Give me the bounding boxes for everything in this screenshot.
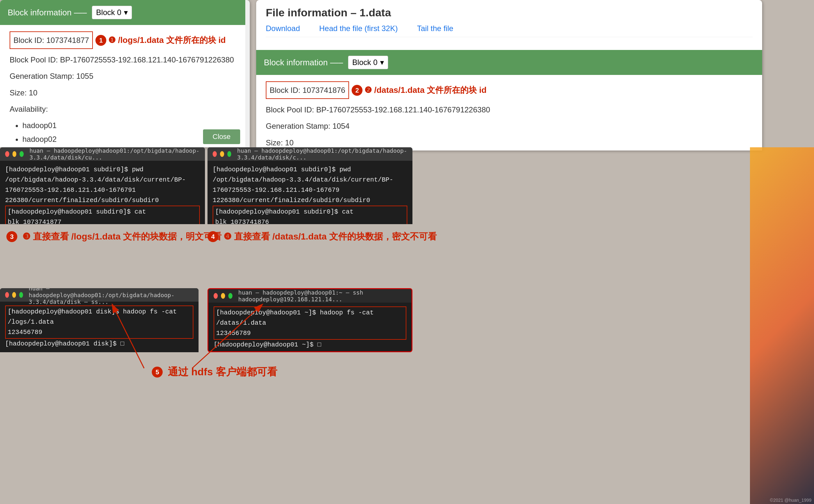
tl-block-cmd: [hadoopdeploy@hadoop01 subdir0]$ cat blk… bbox=[5, 206, 200, 224]
left-block-id-row: Block ID: 1073741877 1 ❶ /logs/1.data 文件… bbox=[10, 31, 240, 49]
ann5-badge: 5 bbox=[152, 367, 163, 378]
right-browser-window: File information – 1.data Download Head … bbox=[256, 0, 762, 150]
file-info-links: Download Head the file (first 32K) Tail … bbox=[266, 24, 753, 37]
tl-line1: [hadoopdeploy@hadoop01 subdir0]$ pwd bbox=[5, 165, 200, 175]
br-line1: [hadoopdeploy@hadoop01 ~]$ hadoop fs -ca… bbox=[216, 308, 404, 328]
dot-yellow-br[interactable] bbox=[221, 293, 225, 299]
ann3-text: ❸ 直接查看 /logs/1.data 文件的块数据，明文可看 bbox=[22, 231, 222, 243]
left-gen-stamp: Generation Stamp: 1055 bbox=[10, 69, 240, 83]
terminal-top-left: huan — hadoopdeploy@hadoop01:/opt/bigdat… bbox=[0, 147, 205, 224]
head-file-link[interactable]: Head the file (first 32K) bbox=[319, 24, 398, 33]
terminal-tl-titlebar: huan — hadoopdeploy@hadoop01:/opt/bigdat… bbox=[0, 147, 205, 161]
tail-file-link[interactable]: Tail the file bbox=[417, 24, 453, 33]
right-pool-id: Block Pool ID: BP-1760725553-192.168.121… bbox=[266, 103, 753, 117]
ann1-badge: 1 bbox=[95, 35, 106, 46]
terminal-bl-titlebar: huan — hadoopdeploy@hadoop01:/opt/bigdat… bbox=[0, 288, 199, 302]
terminal-tr-titlebar: huan — hadoopdeploy@hadoop01:/opt/bigdat… bbox=[208, 147, 412, 161]
right-block-id-box: Block ID: 1073741876 bbox=[266, 81, 349, 99]
scrollbar-left[interactable] bbox=[245, 0, 250, 147]
dot-red-tr[interactable] bbox=[213, 151, 217, 157]
dot-red-br[interactable] bbox=[214, 293, 218, 299]
tr-block-cmd: [hadoopdeploy@hadoop01 subdir0]$ cat blk… bbox=[213, 206, 407, 224]
terminal-bottom-right: huan — hadoopdeploy@hadoop01:~ — ssh had… bbox=[208, 288, 412, 352]
dot-red-tl[interactable] bbox=[5, 151, 9, 157]
right-block-id-row: Block ID: 1073741876 2 ❷ /datas/1.data 文… bbox=[266, 81, 753, 99]
terminal-top-right: huan — hadoopdeploy@hadoop01:/opt/bigdat… bbox=[208, 147, 412, 224]
br-block: [hadoopdeploy@hadoop01 ~]$ hadoop fs -ca… bbox=[214, 306, 406, 340]
file-info-panel: File information – 1.data Download Head … bbox=[256, 0, 762, 50]
dot-yellow-tr[interactable] bbox=[220, 151, 224, 157]
right-block-select[interactable]: Block 0 ▾ bbox=[348, 56, 388, 69]
ann2-badge: 2 bbox=[352, 85, 362, 96]
left-availability-label: Availability: bbox=[10, 102, 240, 116]
watermark: ©2021 @huan_1999 bbox=[770, 498, 811, 503]
bl-line1: [hadoopdeploy@hadoop01 disk]$ hadoop fs … bbox=[8, 307, 191, 327]
left-block-content: Block ID: 1073741877 1 ❶ /logs/1.data 文件… bbox=[0, 25, 250, 147]
terminal-tr-content: [hadoopdeploy@hadoop01 subdir0]$ pwd /op… bbox=[208, 161, 412, 224]
bl-line3: [hadoopdeploy@hadoop01 disk]$ □ bbox=[5, 339, 193, 349]
ann4-badge: 4 bbox=[208, 231, 218, 242]
terminal-br-content: [hadoopdeploy@hadoop01 ~]$ hadoop fs -ca… bbox=[208, 303, 411, 352]
ann2-text: ❷ /datas/1.data 文件所在的块 id bbox=[364, 83, 486, 98]
left-header-label: Block information —– bbox=[8, 8, 87, 18]
terminal-bl-title: huan — hadoopdeploy@hadoop01:/opt/bigdat… bbox=[29, 288, 193, 305]
close-button[interactable]: Close bbox=[203, 129, 240, 144]
tr-line1: [hadoopdeploy@hadoop01 subdir0]$ pwd bbox=[213, 165, 407, 175]
ann4-text: ❹ 直接查看 /datas/1.data 文件的块数据，密文不可看 bbox=[224, 231, 437, 243]
ann5-text: 通过 hdfs 客户端都可看 bbox=[168, 365, 277, 379]
dot-green-tr[interactable] bbox=[227, 151, 232, 157]
terminal-tr-title: huan — hadoopdeploy@hadoop01:/opt/bigdat… bbox=[237, 147, 407, 161]
annotation-3: 3 ❸ 直接查看 /logs/1.data 文件的块数据，明文可看 bbox=[6, 231, 222, 243]
tr-line2: /opt/bigdata/hadoop-3.3.4/data/disk/curr… bbox=[213, 175, 407, 195]
right-gen-stamp: Generation Stamp: 1054 bbox=[266, 119, 753, 133]
tl-line2: /opt/bigdata/hadoop-3.3.4/data/disk/curr… bbox=[5, 175, 200, 195]
br-line2: 123456789 bbox=[216, 328, 404, 338]
dot-yellow-bl[interactable] bbox=[12, 292, 16, 298]
dot-red-bl[interactable] bbox=[5, 292, 9, 298]
decorative-gradient bbox=[750, 147, 814, 504]
terminal-bottom-left: huan — hadoopdeploy@hadoop01:/opt/bigdat… bbox=[0, 288, 199, 352]
dot-green-bl[interactable] bbox=[19, 292, 23, 298]
ann1-text: ❶ /logs/1.data 文件所在的块 id bbox=[108, 33, 226, 48]
tr-line3: 1226380/current/finalized/subdir0/subdir… bbox=[213, 195, 407, 206]
br-line3: [hadoopdeploy@hadoop01 ~]$ □ bbox=[214, 340, 406, 350]
terminal-bl-content: [hadoopdeploy@hadoop01 disk]$ hadoop fs … bbox=[0, 302, 199, 352]
left-block-select[interactable]: Block 0 ▾ bbox=[92, 6, 132, 19]
download-link[interactable]: Download bbox=[266, 24, 300, 33]
terminal-tl-title: huan — hadoopdeploy@hadoop01:/opt/bigdat… bbox=[29, 147, 200, 161]
right-block-header: Block information —– Block 0 ▾ bbox=[256, 50, 762, 75]
bl-block: [hadoopdeploy@hadoop01 disk]$ hadoop fs … bbox=[5, 305, 193, 339]
tr-line4: [hadoopdeploy@hadoop01 subdir0]$ cat blk… bbox=[215, 207, 405, 224]
left-pool-id: Block Pool ID: BP-1760725553-192.168.121… bbox=[10, 53, 240, 67]
file-info-title: File information – 1.data bbox=[266, 6, 753, 19]
dot-green-br[interactable] bbox=[228, 293, 232, 299]
tl-line4: [hadoopdeploy@hadoop01 subdir0]$ cat blk… bbox=[8, 207, 197, 224]
left-block-header: Block information —– Block 0 ▾ bbox=[0, 0, 250, 25]
right-header-label: Block information —– bbox=[264, 58, 343, 68]
terminal-tl-content: [hadoopdeploy@hadoop01 subdir0]$ pwd /op… bbox=[0, 161, 205, 224]
bl-line2: 123456789 bbox=[8, 327, 191, 337]
ann3-badge: 3 bbox=[6, 231, 17, 242]
terminal-br-title: huan — hadoopdeploy@hadoop01:~ — ssh had… bbox=[238, 289, 406, 303]
tl-line3: 226380/current/finalized/subdir0/subdir0 bbox=[5, 195, 200, 206]
dot-green-tl[interactable] bbox=[20, 151, 24, 157]
annotation-4: 4 ❹ 直接查看 /datas/1.data 文件的块数据，密文不可看 bbox=[208, 231, 437, 243]
left-block-id-box: Block ID: 1073741877 bbox=[10, 31, 93, 49]
left-size: Size: 10 bbox=[10, 86, 240, 100]
terminal-br-titlebar: huan — hadoopdeploy@hadoop01:~ — ssh had… bbox=[208, 289, 411, 303]
right-block-content: Block ID: 1073741876 2 ❷ /datas/1.data 文… bbox=[256, 75, 762, 150]
annotation-5: 5 通过 hdfs 客户端都可看 bbox=[102, 365, 327, 379]
left-browser-window: Block information —– Block 0 ▾ Block ID:… bbox=[0, 0, 250, 147]
dot-yellow-tl[interactable] bbox=[12, 151, 17, 157]
